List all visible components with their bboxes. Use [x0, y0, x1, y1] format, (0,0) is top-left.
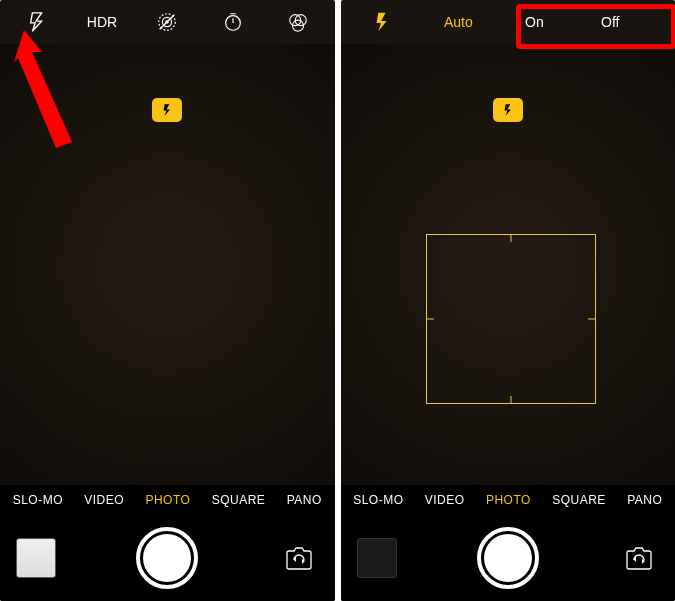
mode-pano[interactable]: PANO	[287, 493, 322, 507]
flash-on-badge	[152, 98, 182, 122]
mode-slomo[interactable]: SLO-MO	[13, 493, 63, 507]
flash-toggle[interactable]	[345, 2, 421, 42]
camera-screen-left: HDR	[0, 0, 335, 601]
live-photo-toggle[interactable]	[135, 2, 200, 42]
mode-pano[interactable]: PANO	[627, 493, 662, 507]
viewfinder[interactable]	[341, 44, 676, 485]
last-photo-thumbnail[interactable]	[16, 538, 56, 578]
flash-option-on[interactable]: On	[496, 2, 572, 42]
top-controls: HDR	[0, 0, 335, 44]
timer-toggle[interactable]	[200, 2, 265, 42]
flash-icon	[501, 103, 515, 117]
camera-screen-right: Auto On Off SLO-MO VIDEO PHOTO SQUARE PA…	[341, 0, 676, 601]
flash-submenu: Auto On Off	[341, 0, 676, 44]
mode-video[interactable]: VIDEO	[425, 493, 465, 507]
mode-video[interactable]: VIDEO	[84, 493, 124, 507]
camera-flip-icon	[624, 545, 654, 571]
bottom-controls	[0, 515, 335, 601]
mode-square[interactable]: SQUARE	[552, 493, 606, 507]
flash-icon	[160, 103, 174, 117]
bottom-controls	[341, 515, 676, 601]
mode-selector[interactable]: SLO-MO VIDEO PHOTO SQUARE PANO	[341, 485, 676, 515]
filters-icon	[287, 11, 309, 33]
shutter-button[interactable]	[136, 527, 198, 589]
mode-square[interactable]: SQUARE	[212, 493, 266, 507]
flash-option-off[interactable]: Off	[572, 2, 648, 42]
shutter-inner	[484, 534, 532, 582]
mode-selector[interactable]: SLO-MO VIDEO PHOTO SQUARE PANO	[0, 485, 335, 515]
hdr-toggle[interactable]: HDR	[69, 2, 134, 42]
shutter-inner	[143, 534, 191, 582]
svg-point-5	[225, 16, 240, 31]
focus-indicator	[426, 234, 596, 404]
flash-icon	[26, 11, 48, 33]
last-photo-thumbnail[interactable]	[357, 538, 397, 578]
camera-flip-button[interactable]	[279, 538, 319, 578]
mode-photo[interactable]: PHOTO	[145, 493, 190, 507]
flash-toggle[interactable]	[4, 2, 69, 42]
camera-flip-button[interactable]	[619, 538, 659, 578]
viewfinder[interactable]	[0, 44, 335, 485]
flash-icon	[371, 11, 393, 33]
spacer	[648, 2, 671, 42]
flash-on-badge	[493, 98, 523, 122]
camera-flip-icon	[284, 545, 314, 571]
flash-option-auto[interactable]: Auto	[420, 2, 496, 42]
mode-slomo[interactable]: SLO-MO	[353, 493, 403, 507]
mode-photo[interactable]: PHOTO	[486, 493, 531, 507]
live-photo-off-icon	[156, 11, 178, 33]
timer-icon	[222, 11, 244, 33]
shutter-button[interactable]	[477, 527, 539, 589]
filters-toggle[interactable]	[265, 2, 330, 42]
